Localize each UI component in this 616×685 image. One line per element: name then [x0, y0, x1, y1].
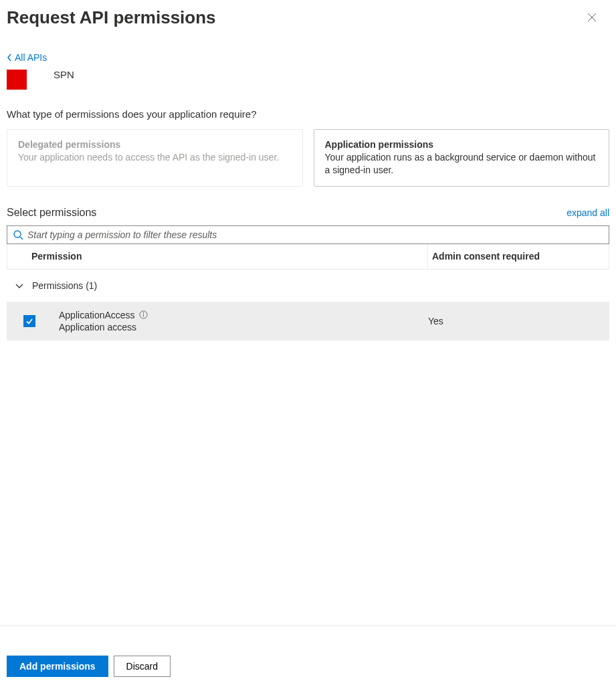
app-info: SPN	[7, 70, 609, 90]
column-permission: Permission	[7, 251, 427, 262]
expand-all-link[interactable]: expand all	[567, 207, 609, 218]
svg-line-3	[20, 237, 23, 239]
add-permissions-button[interactable]: Add permissions	[7, 656, 108, 677]
permission-name-row: ApplicationAccess	[59, 310, 148, 320]
delegated-permissions-card[interactable]: Delegated permissions Your application n…	[7, 129, 303, 187]
close-icon	[587, 13, 597, 22]
search-icon	[13, 229, 23, 240]
permission-description: Application access	[59, 322, 428, 332]
permission-search-box[interactable]	[7, 225, 609, 244]
app-icon	[7, 70, 27, 90]
application-card-desc: Your application runs as a background se…	[325, 151, 599, 177]
permission-name: ApplicationAccess	[59, 310, 135, 320]
footer-divider	[0, 625, 616, 626]
svg-point-2	[14, 231, 21, 237]
permissions-group-label: Permissions (1)	[32, 280, 97, 291]
delegated-card-desc: Your application needs to access the API…	[18, 151, 292, 164]
back-all-apis-link[interactable]: All APIs	[7, 52, 47, 63]
chevron-down-icon	[15, 281, 24, 290]
dialog-title: Request API permissions	[7, 7, 216, 28]
app-name: SPN	[54, 69, 74, 80]
discard-button[interactable]: Discard	[114, 656, 171, 677]
info-icon[interactable]	[139, 310, 148, 319]
delegated-card-title: Delegated permissions	[18, 139, 292, 150]
permissions-table-header: Permission Admin consent required	[7, 244, 609, 270]
permission-type-question: What type of permissions does your appli…	[7, 108, 609, 120]
application-permissions-card[interactable]: Application permissions Your application…	[314, 129, 610, 187]
permission-search-input[interactable]	[27, 229, 603, 240]
close-button[interactable]	[581, 7, 603, 28]
checkmark-icon	[25, 317, 33, 325]
chevron-left-icon	[7, 54, 12, 62]
column-admin-consent: Admin consent required	[427, 244, 609, 269]
application-card-title: Application permissions	[325, 139, 599, 150]
permission-admin-consent: Yes	[428, 316, 443, 326]
permission-row[interactable]: ApplicationAccess Application access Yes	[7, 302, 609, 340]
back-link-label: All APIs	[15, 52, 47, 63]
select-permissions-title: Select permissions	[7, 207, 96, 219]
svg-point-6	[143, 313, 144, 314]
permissions-group-toggle[interactable]: Permissions (1)	[7, 270, 609, 302]
permission-checkbox[interactable]	[23, 315, 35, 327]
